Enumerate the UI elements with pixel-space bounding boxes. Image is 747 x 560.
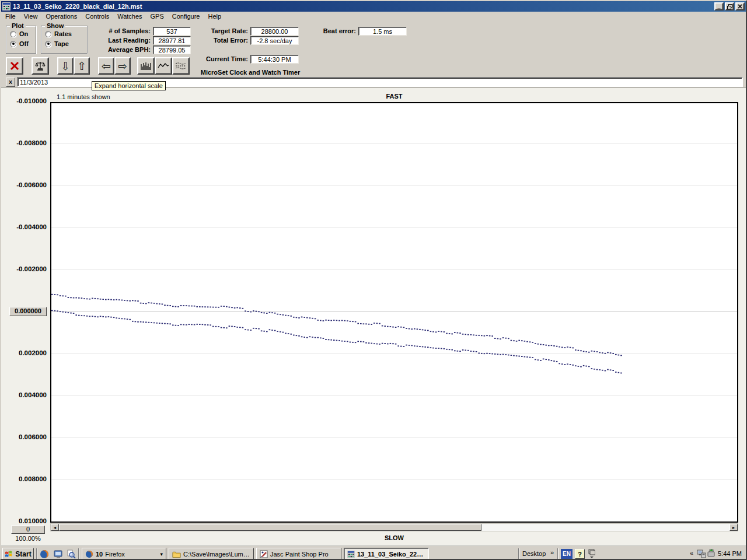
radio-icon[interactable] — [45, 31, 51, 37]
y-axis-tick-label: 0.004000 — [1, 391, 47, 398]
menu-item-configure[interactable]: Configure — [168, 12, 204, 20]
menu-item-gps[interactable]: GPS — [146, 12, 168, 20]
menu-item-file[interactable]: File — [1, 12, 20, 20]
zigzag-line-icon — [158, 61, 169, 71]
radio-selected-icon[interactable] — [45, 41, 51, 47]
plot-region: 1.1 minutes shown FAST ◄ ► 0 100.00% SLO… — [1, 88, 747, 545]
red-x-icon — [9, 61, 20, 71]
menu-item-watches[interactable]: Watches — [113, 12, 146, 20]
menu-item-controls[interactable]: Controls — [81, 12, 113, 20]
tooltip: Expand horizontal scale — [92, 81, 166, 90]
start-button[interactable]: Start — [2, 548, 34, 560]
zoom-percentage: 100.00% — [7, 535, 49, 542]
app-caption: MicroSet Clock and Watch Timer — [198, 69, 302, 76]
up-arrow-icon: ⇧ — [77, 61, 86, 72]
scroll-left-button[interactable]: ⇦ — [98, 57, 114, 75]
offset-button[interactable]: 0 — [11, 526, 45, 534]
menu-item-view[interactable]: View — [20, 12, 42, 20]
horizontal-scrollbar[interactable]: ◄ ► — [50, 523, 738, 531]
zero-reference-button[interactable]: 0.000000 — [9, 307, 47, 316]
language-indicator[interactable]: EN — [561, 549, 573, 559]
taskbar-divider — [557, 548, 558, 560]
chevron-right-icon[interactable]: » — [550, 549, 554, 556]
paintshop-icon — [260, 550, 268, 558]
right-arrow-icon: ⇨ — [118, 61, 127, 72]
tape-plot[interactable] — [51, 103, 737, 522]
network-tray-icon[interactable] — [697, 549, 706, 558]
balance-scale-icon — [34, 61, 46, 71]
balance-button[interactable] — [32, 57, 49, 75]
menu-item-help[interactable]: Help — [204, 12, 226, 20]
y-axis-tick-label: 0.006000 — [1, 433, 47, 440]
taskbar: Start 10 Firefox ▾ C:\Save\Images\Lumix\… — [1, 545, 747, 560]
beat-error-label: Beat error: — [319, 27, 356, 34]
tape-lines-icon — [175, 61, 187, 71]
y-axis-tick-label: 0.010000 — [1, 517, 47, 524]
average-bph-value: 28799.05 — [153, 46, 191, 54]
windows-flag-icon — [5, 550, 13, 558]
y-axis-tick-label: -0.006000 — [1, 181, 47, 188]
search-icon[interactable] — [67, 550, 76, 559]
fast-label: FAST — [50, 93, 738, 100]
y-axis-tick-label: 0.008000 — [1, 475, 47, 482]
y-axis-tick-label: -0.010000 — [1, 97, 47, 104]
radio-icon[interactable] — [10, 31, 16, 37]
application-window: 13_11_03_Seiko_2220_black_dial_12h.mst _… — [0, 0, 747, 560]
minimize-button[interactable]: _ — [714, 2, 724, 10]
task-button-paintshop[interactable]: Jasc Paint Shop Pro — [256, 548, 341, 560]
y-axis-tick-label: 0.002000 — [1, 349, 47, 356]
histogram-view-button[interactable] — [137, 57, 155, 75]
show-rates-option[interactable]: Rates — [45, 30, 87, 37]
taskbar-divider — [518, 548, 519, 560]
average-bph-label: Average BPH: — [89, 46, 151, 53]
delete-sample-button[interactable] — [6, 57, 23, 75]
menu-bar: FileViewOperationsControlsWatchesGPSConf… — [1, 12, 746, 21]
tray-clock[interactable]: 5:44 PM — [718, 550, 742, 557]
group-count: 10 — [96, 551, 103, 558]
target-rate-value: 28800.00 — [250, 27, 299, 36]
tape-view-button[interactable] — [172, 57, 190, 75]
show-tape-option[interactable]: Tape — [45, 40, 87, 47]
show-groupbox: Show Rates Tape — [41, 26, 88, 54]
taskbar-divider — [78, 548, 79, 560]
close-button[interactable] — [735, 2, 745, 10]
menu-item-operations[interactable]: Operations — [41, 12, 81, 20]
samples-label: # of Samples: — [89, 27, 151, 34]
plot-on-option[interactable]: On — [10, 30, 36, 37]
task-button-microset[interactable]: 13_11_03_Seiko_222... — [344, 548, 429, 560]
scroll-down-button[interactable]: ⇩ — [57, 57, 74, 75]
restore-button[interactable] — [725, 2, 734, 10]
help-icon[interactable]: ? — [575, 549, 585, 559]
plot-off-option[interactable]: Off — [10, 40, 36, 47]
target-rate-label: Target Rate: — [200, 27, 248, 34]
scroll-right-button[interactable]: ⇨ — [114, 57, 131, 75]
scrollbar-left-icon[interactable]: ◄ — [51, 524, 59, 531]
toolbar-options-icon[interactable] — [588, 549, 595, 558]
slow-label: SLOW — [50, 534, 738, 541]
firefox-quicklaunch-icon[interactable] — [40, 550, 49, 559]
scrollbar-thumb[interactable] — [59, 524, 481, 531]
radio-selected-icon[interactable] — [10, 41, 16, 47]
current-time-value: 5:44:30 PM — [250, 55, 299, 64]
chevron-down-icon: ▾ — [160, 551, 163, 557]
clear-date-button[interactable]: X — [6, 78, 15, 87]
left-arrow-icon: ⇦ — [102, 61, 111, 72]
tray-chevron-icon[interactable]: « — [690, 550, 693, 556]
current-time-label: Current Time: — [197, 55, 248, 62]
total-error-label: Total Error: — [200, 37, 248, 44]
task-button-explorer[interactable]: C:\Save\Images\Lumix\1... — [169, 548, 254, 560]
y-axis-tick-label: -0.002000 — [1, 265, 47, 272]
remove-hardware-tray-icon[interactable] — [707, 549, 716, 558]
show-desktop-icon[interactable] — [54, 550, 63, 559]
desktop-toolbar[interactable]: Desktop — [522, 550, 546, 557]
show-group-label: Show — [45, 22, 65, 29]
microset-app-icon — [347, 551, 355, 558]
scroll-up-button[interactable]: ⇧ — [74, 57, 90, 75]
rate-view-button[interactable] — [155, 57, 172, 75]
taskbar-divider — [36, 548, 37, 560]
task-button-firefox-group[interactable]: 10 Firefox ▾ — [82, 548, 166, 560]
title-bar: 13_11_03_Seiko_2220_black_dial_12h.mst _ — [1, 1, 746, 12]
folder-icon — [172, 551, 181, 558]
plot-group-label: Plot — [10, 22, 26, 29]
scrollbar-right-icon[interactable]: ► — [729, 524, 738, 531]
